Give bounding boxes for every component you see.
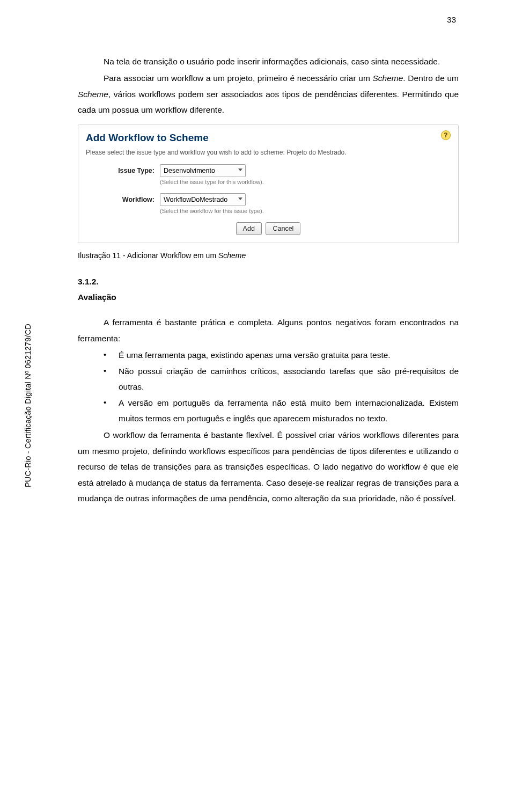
text: Para associar um workflow a um projeto, … xyxy=(104,74,372,83)
dialog-title: Add Workflow to Scheme xyxy=(86,130,451,145)
paragraph-2: Para associar um workflow a um projeto, … xyxy=(78,70,459,118)
chevron-down-icon xyxy=(238,169,242,171)
italic-term: Scheme xyxy=(218,251,246,260)
issue-type-row: Issue Type: Desenvolvimento (Select the … xyxy=(86,164,451,187)
workflow-select[interactable]: WorkflowDoMestrado xyxy=(160,193,246,206)
italic-term: Scheme xyxy=(372,74,403,83)
bullet-list: É uma ferramenta paga, existindo apenas … xyxy=(104,347,459,426)
list-item: Não possui criação de caminhos críticos,… xyxy=(104,363,459,395)
text: Na tela de transição o usuário pode inse… xyxy=(104,57,440,66)
caption-text: Ilustração 11 - Adicionar Workflow em um xyxy=(78,251,218,260)
paragraph-3: A ferramenta é bastante prática e comple… xyxy=(78,314,459,346)
text: , vários workflows podem ser associados … xyxy=(78,90,459,114)
workflow-row: Workflow: WorkflowDoMestrado (Select the… xyxy=(86,193,451,216)
workflow-value: WorkflowDoMestrado xyxy=(164,196,227,203)
issue-type-value: Desenvolvimento xyxy=(164,167,215,174)
paragraph-1: Na tela de transição o usuário pode inse… xyxy=(78,54,459,69)
list-item: É uma ferramenta paga, existindo apenas … xyxy=(104,347,459,363)
cancel-button[interactable]: Cancel xyxy=(266,222,300,235)
figure-caption: Ilustração 11 - Adicionar Workflow em um… xyxy=(78,248,459,263)
page-content: Na tela de transição o usuário pode inse… xyxy=(78,54,459,508)
text: . Dentro de um xyxy=(403,74,459,83)
issue-type-hint: (Select the issue type for this workflow… xyxy=(160,178,451,187)
list-item: A versão em português da ferramenta não … xyxy=(104,395,459,427)
issue-type-label: Issue Type: xyxy=(86,164,160,175)
issue-type-select[interactable]: Desenvolvimento xyxy=(160,164,246,177)
workflow-hint: (Select the workflow for this issue type… xyxy=(160,207,451,216)
section-number: 3.1.2. xyxy=(78,274,459,289)
section-title: Avaliação xyxy=(78,289,459,305)
page-number: 33 xyxy=(447,15,456,24)
chevron-down-icon xyxy=(238,197,242,200)
add-button[interactable]: Add xyxy=(236,222,262,235)
workflow-label: Workflow: xyxy=(86,193,160,204)
certification-sidebar: PUC-Rio - Certificação Digital Nº 062127… xyxy=(24,324,32,487)
help-icon[interactable]: ? xyxy=(441,130,451,140)
dialog-description: Please select the issue type and workflo… xyxy=(86,148,451,157)
dialog-buttons: Add Cancel xyxy=(86,222,451,235)
italic-term: Scheme xyxy=(78,90,108,99)
dialog-screenshot: ? Add Workflow to Scheme Please select t… xyxy=(78,125,459,243)
paragraph-4: O workflow da ferramenta é bastante flex… xyxy=(78,427,459,506)
